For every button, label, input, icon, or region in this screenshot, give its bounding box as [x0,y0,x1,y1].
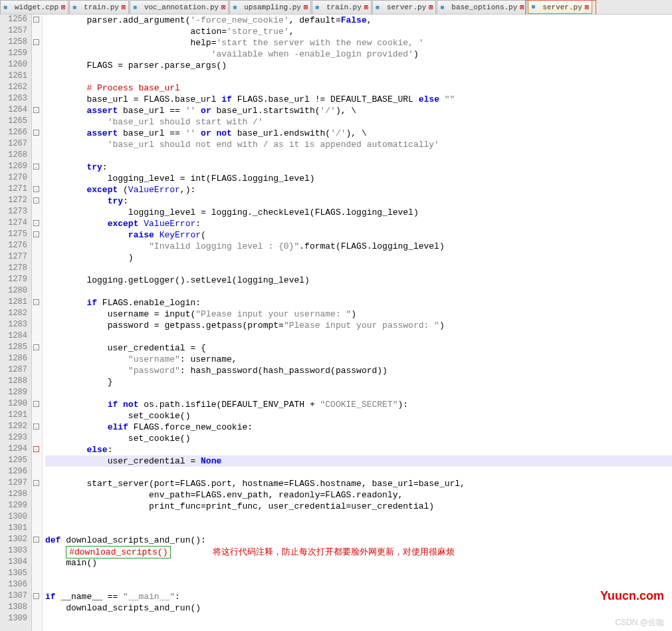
code-line[interactable]: else: [45,444,672,455]
fold-toggle-icon[interactable]: - [33,107,39,113]
fold-toggle-icon[interactable]: - [33,424,39,430]
code-line[interactable]: raise KeyError( [45,229,672,241]
code-line[interactable]: 'base_url should not end with / as it is… [45,139,672,150]
code-line[interactable]: logging_level = logging._checkLevel(FLAG… [45,207,672,218]
tab-server-py[interactable]: ■server.py⊠ [372,0,436,14]
tab-server-py[interactable]: ■server.py⊠ [528,0,592,14]
fold-toggle-icon[interactable]: - [33,130,39,136]
code-line[interactable]: elif FLAGS.force_new_cookie: [45,422,672,433]
code-line[interactable] [45,614,672,625]
fold-toggle-icon[interactable]: - [33,231,39,237]
fold-toggle-icon[interactable]: - [33,593,39,599]
code-line[interactable] [45,512,672,523]
code-line[interactable]: password = getpass.getpass(prompt="Pleas… [45,320,672,331]
code-line[interactable]: } [45,376,672,388]
line-number: 1272 [0,195,27,207]
close-icon[interactable]: ⊠ [364,3,368,11]
code-line[interactable]: user_credential = None [45,455,672,467]
code-line[interactable] [45,331,672,342]
code-line[interactable]: logging_level = int(FLAGS.logging_level) [45,173,672,184]
line-number: 1284 [0,331,27,342]
code-line[interactable]: start_server(port=FLAGS.port, hostname=F… [45,478,672,489]
fold-toggle-icon[interactable]: - [33,39,39,45]
fold-toggle-icon[interactable]: - [33,537,39,543]
code-line[interactable]: username = input("Please input your user… [45,309,672,320]
code-line[interactable]: assert base_url == '' or base_url.starts… [45,105,672,116]
code-line[interactable]: FLAGS = parser.parse_args() [45,60,672,71]
code-line[interactable]: base_url = FLAGS.base_url if FLAGS.base_… [45,94,672,105]
code-line[interactable]: download_scripts_and_run() [45,602,672,614]
fold-toggle-icon[interactable]: - [33,480,39,486]
code-area[interactable]: parser.add_argument('-force_new_cookie',… [43,15,672,631]
code-line[interactable] [45,71,672,82]
fold-toggle-icon[interactable]: - [33,401,39,407]
code-line[interactable]: 'base_url should start with /' [45,116,672,128]
line-number: 1258 [0,37,27,49]
fold-toggle-icon[interactable]: - [33,164,39,170]
code-line[interactable]: parser.add_argument('-force_new_cookie',… [45,15,672,26]
fold-toggle-icon[interactable]: - [33,197,39,203]
code-line[interactable]: ) [45,252,672,263]
code-line[interactable] [45,580,672,591]
file-icon: ■ [3,3,13,11]
code-line[interactable]: if FLAGS.enable_login: [45,297,672,309]
code-line[interactable]: help='start the server with the new cook… [45,37,672,49]
file-icon: ■ [531,3,540,11]
code-line[interactable]: action='store_true', [45,26,672,37]
code-line[interactable] [45,523,672,535]
fold-toggle-icon[interactable]: - [33,344,39,350]
code-line[interactable]: print_func=print_func, user_credential=u… [45,501,672,512]
line-number: 1276 [0,241,27,252]
code-line[interactable] [45,286,672,297]
code-line[interactable]: except (ValueError,): [45,184,672,195]
fold-toggle-icon[interactable]: - [33,220,39,226]
code-line[interactable]: main() [45,557,672,568]
close-icon[interactable]: ⊠ [304,3,308,11]
code-line[interactable]: "password": hash_password(hash_password(… [45,365,672,376]
close-icon[interactable]: ⊠ [429,3,433,11]
code-line[interactable]: #download_scripts() 将这行代码注释，防止每次打开都要脸外网更… [45,546,672,557]
code-line[interactable]: "username": username, [45,354,672,365]
code-line[interactable]: def download_scripts_and_run(): [45,535,672,546]
tab-train-py[interactable]: ■train.py⊠ [69,0,129,14]
code-line[interactable]: env_path=FLAGS.env_path, readonly=FLAGS.… [45,489,672,501]
code-line[interactable]: 'available when -enable_login provided') [45,49,672,60]
fold-toggle-icon[interactable]: - [33,299,39,305]
tab-base_options-py[interactable]: ■base_options.py⊠ [437,0,527,14]
code-line[interactable]: if __name__ == "__main__": [45,591,672,602]
code-line[interactable]: set_cookie() [45,410,672,422]
code-line[interactable] [45,263,672,275]
close-icon[interactable]: ⊠ [61,3,65,11]
line-number: 1267 [0,139,27,150]
code-line[interactable]: # Process base_url [45,82,672,94]
code-line[interactable]: "Invalid logging level : {0}".format(FLA… [45,241,672,252]
tab-upsampling-py[interactable]: ■upsampling.py⊠ [229,0,311,14]
code-line[interactable]: except ValueError: [45,218,672,229]
code-line[interactable] [45,150,672,162]
close-icon[interactable]: ⊠ [122,3,126,11]
tab-label: base_options.py [451,3,517,11]
code-line[interactable] [45,467,672,478]
close-icon[interactable]: ⊠ [585,3,589,11]
code-line[interactable]: user_credential = { [45,342,672,354]
code-line[interactable]: logging.getLogger().setLevel(logging_lev… [45,275,672,286]
code-line[interactable]: set_cookie() [45,433,672,444]
line-number: 1298 [0,489,27,501]
fold-toggle-icon[interactable]: - [33,186,39,192]
tab-train-py[interactable]: ■train.py⊠ [312,0,372,14]
line-number: 1256 [0,15,27,26]
tab-widget-cpp[interactable]: ■widget.cpp⊠ [0,0,68,14]
code-line[interactable]: if not os.path.isfile(DEFAULT_ENV_PATH +… [45,399,672,410]
code-line[interactable] [45,568,672,580]
close-icon[interactable]: ⊠ [520,3,524,11]
file-icon: ■ [315,3,324,11]
code-line[interactable] [45,388,672,399]
code-line[interactable]: try: [45,195,672,207]
fold-toggle-icon[interactable]: - [33,17,39,23]
close-icon[interactable]: ⊠ [221,3,225,11]
fold-toggle-icon[interactable]: - [33,446,39,452]
code-line[interactable]: try: [45,162,672,173]
line-number: 1307 [0,591,27,602]
tab-voc_annotation-py[interactable]: ■voc_annotation.py⊠ [130,0,229,14]
code-line[interactable]: assert base_url == '' or not base_url.en… [45,128,672,139]
